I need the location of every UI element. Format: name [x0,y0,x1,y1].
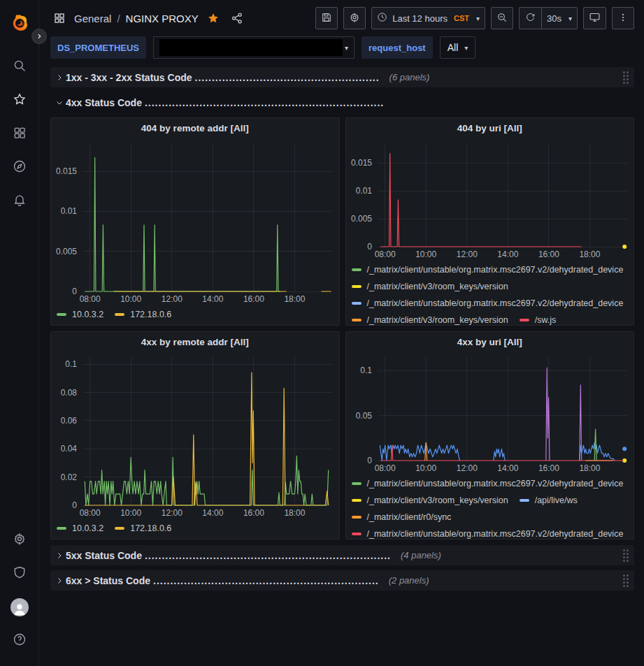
svg-text:08:00: 08:00 [374,249,395,259]
svg-text:0.1: 0.1 [65,359,77,369]
legend-item[interactable]: /_matrix/client/v3/room_keys/version [352,493,508,508]
panel-legend: 10.0.3.2172.18.0.6 [51,519,339,539]
row-title: 6xx > Status Code [66,575,150,586]
share-icon[interactable] [228,12,246,24]
legend-item[interactable]: /sw.js [520,312,557,325]
time-range-label: Last 12 hours [392,13,448,24]
svg-text:12:00: 12:00 [456,463,477,473]
panel-title[interactable]: 4xx by uri [All] [346,332,634,352]
refresh-interval-dropdown[interactable]: 30s ▾ [541,7,578,29]
row-1xx-3xx-2xx[interactable]: 1xx - 3xx - 2xx Status Code ............… [50,67,634,87]
refresh-button[interactable] [519,7,541,29]
panel-4xx-by-remote-addr: 4xx by remote addr [All] 00.020.040.060.… [50,331,340,540]
row-panel-count: (2 panels) [389,575,429,586]
svg-text:0.005: 0.005 [350,214,371,224]
sidebar-expand-button[interactable] [31,29,47,44]
svg-text:18:00: 18:00 [284,508,305,518]
time-range-picker[interactable]: Last 12 hours CST ▾ [371,7,485,29]
panel-title[interactable]: 404 by uri [All] [346,118,634,138]
dashboard-topbar: General / NGINX PROXY [39,0,644,36]
legend-label: 172.18.0.6 [130,523,171,533]
legend-item[interactable]: 172.18.0.6 [115,307,171,322]
request-host-label[interactable]: request_host [362,36,433,59]
legend-item[interactable]: 172.18.0.6 [115,521,171,536]
legend-item[interactable]: /_matrix/client/r0/sync [352,509,452,525]
compass-icon [13,159,27,176]
row-4xx[interactable]: 4xx Status Code ........................… [50,92,634,113]
row-6xx[interactable]: 6xx > Status Code ......................… [50,570,634,591]
datasource-label[interactable]: DS_PROMETHEUS [50,36,146,59]
chart-svg: 00.0050.010.01508:0010:0012:0014:0016:00… [346,138,634,261]
row-title: 5xx Status Code [66,550,142,561]
svg-text:16:00: 16:00 [538,463,559,473]
svg-text:12:00: 12:00 [162,508,183,518]
dashboard-settings-button[interactable] [343,7,366,29]
refresh-icon [525,12,536,24]
svg-text:0.015: 0.015 [56,166,77,176]
legend-item[interactable]: /_matrix/client/v3/room_keys/version [352,279,508,294]
favorite-star-icon[interactable] [204,12,222,24]
datasource-variable: DS_PROMETHEUS [50,36,146,59]
tv-mode-button[interactable] [583,7,606,29]
svg-text:16:00: 16:00 [243,294,264,304]
sidebar-item-dashboards[interactable] [3,117,36,151]
row-drag-handle[interactable] [622,548,630,563]
breadcrumb-folder[interactable]: General [74,13,111,24]
panel-legend: /_matrix/client/unstable/org.matrix.msc2… [346,261,634,325]
legend-swatch [57,527,66,530]
time-series-plot[interactable]: 00.0050.010.01508:0010:0012:0014:0016:00… [346,138,634,261]
svg-text:08:00: 08:00 [374,463,395,473]
grafana-app: General / NGINX PROXY [0,0,644,666]
legend-item[interactable]: /_matrix/client/unstable/org.matrix.msc2… [352,262,624,277]
zoom-out-button[interactable] [491,7,513,29]
legend-swatch [352,319,362,321]
svg-text:0.01: 0.01 [355,186,372,196]
legend-item[interactable]: /api/live/ws [520,493,578,508]
row-5xx[interactable]: 5xx Status Code ........................… [50,545,634,565]
sidebar-item-search[interactable] [3,50,36,84]
svg-text:08:00: 08:00 [80,508,101,518]
legend-swatch [352,302,362,305]
svg-text:0.04: 0.04 [61,444,78,454]
row-title-leader: ........................................… [145,550,391,561]
legend-item[interactable]: /_matrix/client/unstable/org.matrix.msc2… [352,476,624,491]
breadcrumb-dashboard-title[interactable]: NGINX PROXY [126,13,199,24]
legend-item[interactable]: /_matrix/client/v3/room_keys/version [352,312,508,325]
save-dashboard-button[interactable] [315,7,338,29]
legend-label: /_matrix/client/v3/room_keys/version [367,315,508,325]
svg-text:18:00: 18:00 [579,249,600,259]
kebab-menu-button[interactable] [612,7,634,29]
refresh-interval-label: 30s [547,13,561,24]
time-series-plot[interactable]: 00.020.040.060.080.108:0010:0012:0014:00… [51,352,339,519]
datasource-picker[interactable]: ▾ [153,36,355,59]
svg-text:0: 0 [72,500,77,510]
sidebar-item-starred[interactable] [3,84,36,117]
legend-item[interactable]: /_matrix/client/unstable/org.matrix.msc2… [352,526,624,539]
request-host-picker[interactable]: All ▾ [440,36,476,59]
svg-text:18:00: 18:00 [579,463,600,473]
panel-title[interactable]: 4xx by remote addr [All] [51,332,339,352]
gear-icon [349,12,360,25]
panel-4xx-by-uri: 4xx by uri [All] 00.050.108:0010:0012:00… [345,331,635,540]
save-icon [321,12,332,25]
time-series-plot[interactable]: 00.0050.010.01508:0010:0012:0014:0016:00… [51,138,339,305]
legend-item[interactable]: 10.0.3.2 [57,521,103,536]
legend-label: /sw.js [535,315,557,325]
sidebar-item-configuration[interactable] [3,523,36,557]
sidebar-item-explore[interactable] [3,151,36,184]
monitor-icon [589,11,601,25]
legend-item[interactable]: 10.0.3.2 [57,307,103,322]
request-host-value: All [448,42,459,53]
row-drag-handle[interactable] [622,70,630,85]
sidebar-item-help[interactable] [3,624,36,658]
time-series-plot[interactable]: 00.050.108:0010:0012:0014:0016:0018:00 [346,352,634,475]
dashboard-content: 1xx - 3xx - 2xx Status Code ............… [39,64,644,666]
row-drag-handle[interactable] [622,573,630,588]
legend-swatch [352,482,362,485]
legend-item[interactable]: /_matrix/client/unstable/org.matrix.msc2… [352,296,624,311]
sidebar-item-profile[interactable] [3,591,36,624]
sidebar-item-alerting[interactable] [3,184,36,218]
sidebar-item-server-admin[interactable] [3,557,36,591]
panel-title[interactable]: 404 by remote addr [All] [51,118,339,138]
row-title: 1xx - 3xx - 2xx Status Code [66,72,192,83]
